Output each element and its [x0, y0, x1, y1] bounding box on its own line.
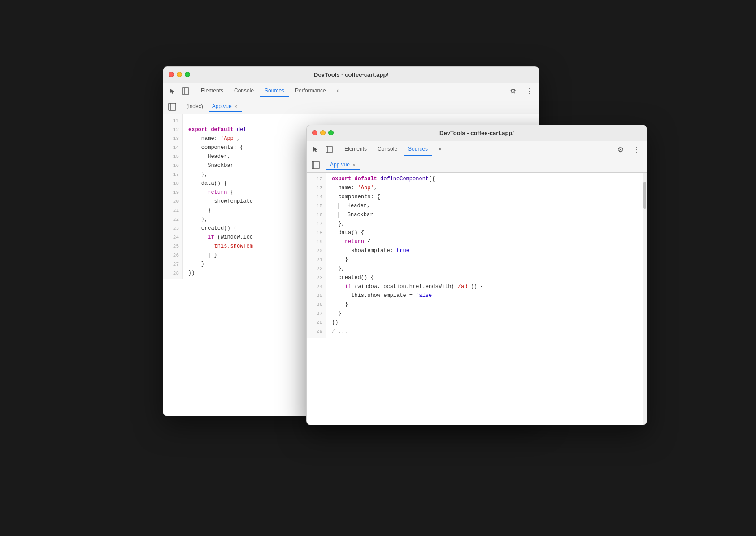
tab-more-back[interactable]: » — [332, 85, 344, 97]
fcode-25: this.showTemplate = false — [332, 291, 643, 300]
code-line-11-back — [188, 116, 539, 125]
ln-18: 18 — [163, 179, 182, 188]
panel-toggle-front[interactable] — [310, 160, 321, 170]
fln-20: 20 — [307, 246, 326, 255]
tab-sources-back[interactable]: Sources — [260, 85, 289, 97]
fln-21: 21 — [307, 255, 326, 264]
fcode-18: data() { — [332, 228, 643, 237]
ln-12: 12 — [163, 125, 182, 134]
cursor-icon-front[interactable] — [310, 144, 321, 155]
fcode-14: components: { — [332, 192, 643, 201]
settings-icon-front[interactable]: ⚙ — [614, 143, 627, 156]
fcode-17: }, — [332, 219, 643, 228]
fln-12: 12 — [307, 174, 326, 183]
tab-bar-front: Elements Console Sources » ⚙ ⋮ — [307, 141, 647, 158]
file-tab-bar-front: App.vue × — [307, 158, 647, 173]
fln-17: 17 — [307, 219, 326, 228]
ln-28: 28 — [163, 269, 182, 278]
code-area-front[interactable]: 12 13 14 15 16 17 18 19 20 21 22 — [307, 173, 643, 425]
svg-rect-6 — [326, 146, 332, 153]
file-tab-bar-back: (index) App.vue × — [163, 100, 539, 114]
ln-19: 19 — [163, 188, 182, 197]
fln-27: 27 — [307, 309, 326, 318]
line-numbers-back: 11 12 13 14 15 16 17 18 19 20 21 — [163, 114, 183, 279]
window-title-front: DevTools - coffee-cart.app/ — [439, 130, 514, 136]
fcode-15: Header, — [332, 201, 643, 210]
title-bar-back: DevTools - coffee-cart.app/ — [163, 67, 539, 83]
scrollbar-track-front[interactable] — [643, 173, 647, 425]
close-button-front[interactable] — [312, 130, 317, 135]
ln-16: 16 — [163, 161, 182, 170]
ln-23: 23 — [163, 224, 182, 233]
fcode-27: } — [332, 309, 643, 318]
tab-bar-icons-back — [167, 86, 191, 96]
panel-toggle-back[interactable] — [167, 101, 178, 112]
ln-22: 22 — [163, 215, 182, 224]
fln-29: 29 — [307, 327, 326, 336]
cursor-icon[interactable] — [167, 86, 178, 96]
svg-rect-0 — [182, 88, 189, 94]
fln-16: 16 — [307, 210, 326, 219]
ln-13: 13 — [163, 134, 182, 143]
tab-bar-back: Elements Console Sources Performance » ⚙… — [163, 83, 539, 100]
more-icon-back[interactable]: ⋮ — [523, 85, 535, 97]
svg-rect-8 — [312, 161, 319, 169]
ln-21: 21 — [163, 206, 182, 215]
close-button-back[interactable] — [169, 72, 174, 77]
fln-18: 18 — [307, 228, 326, 237]
fcode-21: } — [332, 255, 643, 264]
code-wrapper-front: 12 13 14 15 16 17 18 19 20 21 22 — [307, 173, 647, 425]
panel-icon-front[interactable] — [324, 144, 335, 155]
devtools-window-front: DevTools - coffee-cart.app/ Elements Co — [306, 125, 647, 425]
fln-24: 24 — [307, 282, 326, 291]
tab-bar-right-front: ⚙ ⋮ — [614, 143, 643, 156]
tab-elements-back[interactable]: Elements — [196, 85, 228, 97]
fcode-13: name: 'App', — [332, 183, 643, 192]
tab-console-front[interactable]: Console — [373, 143, 402, 156]
fcode-28: }) — [332, 318, 643, 327]
fln-13: 13 — [307, 183, 326, 192]
tab-sources-front[interactable]: Sources — [404, 143, 432, 156]
ln-11: 11 — [163, 116, 182, 125]
fcode-22: }, — [332, 264, 643, 273]
fln-25: 25 — [307, 291, 326, 300]
file-tab-close-back[interactable]: × — [234, 104, 238, 109]
traffic-lights-back — [169, 72, 190, 77]
ln-17: 17 — [163, 170, 182, 179]
devtools-body-front: 12 13 14 15 16 17 18 19 20 21 22 — [307, 173, 647, 425]
file-tab-close-front[interactable]: × — [352, 162, 356, 167]
maximize-button-front[interactable] — [328, 130, 334, 135]
minimize-button-front[interactable] — [320, 130, 326, 135]
ln-20: 20 — [163, 197, 182, 206]
code-lines-front: export default defineComponent({ name: '… — [326, 173, 643, 338]
ln-15: 15 — [163, 152, 182, 161]
file-tab-appvue-front[interactable]: App.vue × — [326, 160, 360, 170]
scene: DevTools - coffee-cart.app/ Elements Co — [163, 66, 593, 470]
ln-24: 24 — [163, 233, 182, 242]
fln-28: 28 — [307, 318, 326, 327]
maximize-button-back[interactable] — [185, 72, 190, 77]
title-bar-front: DevTools - coffee-cart.app/ — [307, 125, 647, 141]
tab-performance-back[interactable]: Performance — [291, 85, 330, 97]
fcode-20: showTemplate: true — [332, 246, 643, 255]
scrollbar-thumb-front[interactable] — [643, 182, 646, 209]
panel-icon[interactable] — [180, 86, 191, 96]
traffic-lights-front — [312, 130, 334, 135]
ln-27: 27 — [163, 260, 182, 269]
fcode-29: / ... — [332, 327, 643, 336]
more-icon-front[interactable]: ⋮ — [630, 143, 643, 156]
file-tab-appvue-back[interactable]: App.vue × — [209, 102, 242, 112]
settings-icon-back[interactable]: ⚙ — [507, 85, 519, 97]
ln-26: 26 — [163, 251, 182, 260]
window-title-back: DevTools - coffee-cart.app/ — [314, 71, 388, 78]
fcode-12: export default defineComponent({ — [332, 174, 643, 183]
fln-14: 14 — [307, 192, 326, 201]
tab-elements-front[interactable]: Elements — [340, 143, 371, 156]
minimize-button-back[interactable] — [177, 72, 182, 77]
tab-console-back[interactable]: Console — [230, 85, 258, 97]
file-tab-index-back[interactable]: (index) — [183, 102, 207, 112]
tab-bar-icons-front — [310, 144, 335, 155]
fcode-24: if (window.location.href.endsWith('/ad')… — [332, 282, 643, 291]
tab-bar-right-back: ⚙ ⋮ — [507, 85, 535, 97]
tab-more-front[interactable]: » — [434, 143, 446, 156]
